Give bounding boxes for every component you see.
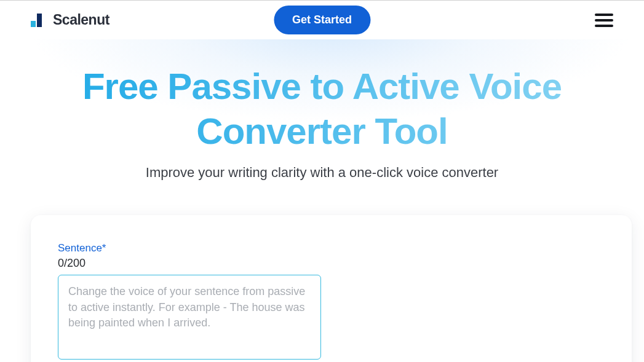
svg-rect-0 — [31, 21, 36, 27]
svg-rect-1 — [37, 14, 42, 27]
menu-icon[interactable] — [595, 14, 613, 27]
brand-logo[interactable]: Scalenut — [31, 12, 109, 28]
page-title: Free Passive to Active Voice Converter T… — [9, 64, 636, 154]
brand-name: Scalenut — [53, 12, 109, 28]
sentence-input[interactable] — [58, 275, 321, 360]
converter-card: Sentence* 0/200 — [31, 215, 632, 362]
scalenut-logo-icon — [31, 14, 47, 27]
page-subtitle: Improve your writing clarity with a one-… — [0, 165, 644, 181]
header: Scalenut Get Started — [0, 1, 644, 39]
sentence-field-label: Sentence* — [58, 242, 605, 254]
character-counter: 0/200 — [58, 257, 605, 270]
get-started-button[interactable]: Get Started — [274, 6, 370, 34]
hero-section: Free Passive to Active Voice Converter T… — [0, 39, 644, 362]
